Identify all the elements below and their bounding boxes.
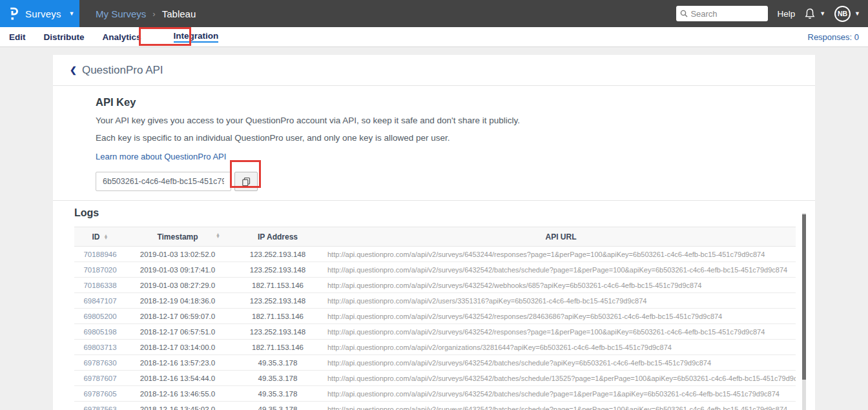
log-id-cell[interactable]: 69805200 bbox=[74, 309, 126, 324]
table-row: 69847107 2018-12-19 04:18:36.0 123.252.1… bbox=[74, 293, 796, 309]
back-chevron-icon[interactable]: ❮ bbox=[70, 65, 77, 75]
table-row: 69787607 2018-12-16 13:54:44.0 49.35.3.1… bbox=[74, 371, 796, 386]
column-header-id[interactable]: ID▲▼ bbox=[74, 227, 126, 247]
log-url-cell: http://api.questionpro.com/a/api/v2/surv… bbox=[326, 355, 796, 371]
notifications-menu[interactable]: ▼ bbox=[804, 8, 825, 20]
table-row: 70188946 2019-01-03 13:02:52.0 123.252.1… bbox=[74, 247, 796, 262]
logs-scrollbar-thumb[interactable] bbox=[802, 214, 806, 380]
product-menu-label: Surveys bbox=[25, 8, 61, 19]
log-timestamp-cell: 2018-12-16 13:46:55.0 bbox=[126, 386, 229, 402]
table-row: 70186338 2019-01-03 08:27:29.0 182.71.15… bbox=[74, 278, 796, 293]
api-key-field[interactable] bbox=[96, 172, 231, 191]
table-row: 70187020 2019-01-03 09:17:41.0 123.252.1… bbox=[74, 262, 796, 278]
table-row: 69787630 2018-12-16 13:57:23.0 49.35.3.1… bbox=[74, 355, 796, 371]
log-ip-cell: 49.35.3.178 bbox=[229, 371, 326, 386]
logs-header-row: ID▲▼ Timestamp▲▼ IP Address API URL bbox=[74, 227, 796, 247]
log-timestamp-cell: 2018-12-17 03:14:00.0 bbox=[126, 340, 229, 355]
logs-scrollbar-track[interactable] bbox=[802, 213, 806, 410]
chevron-down-icon: ▼ bbox=[69, 10, 75, 17]
breadcrumb: My Surveys › Tableau bbox=[96, 8, 196, 19]
log-ip-cell: 182.71.153.146 bbox=[229, 309, 326, 324]
table-row: 69805200 2018-12-17 06:59:07.0 182.71.15… bbox=[74, 309, 796, 324]
log-ip-cell: 123.252.193.148 bbox=[229, 324, 326, 340]
search-box[interactable] bbox=[676, 6, 768, 21]
tab-analytics[interactable]: Analytics bbox=[103, 32, 141, 42]
log-url-cell: http://api.questionpro.com/a/api/v2/surv… bbox=[326, 402, 796, 410]
log-url-cell: http://api.questionpro.com/a/api/v2/surv… bbox=[326, 386, 796, 402]
log-id-cell[interactable]: 69803713 bbox=[74, 340, 126, 355]
copy-icon bbox=[242, 177, 251, 187]
table-row: 69805198 2018-12-17 06:57:51.0 123.252.1… bbox=[74, 324, 796, 340]
log-id-cell[interactable]: 69787563 bbox=[74, 402, 126, 410]
log-timestamp-cell: 2018-12-17 06:59:07.0 bbox=[126, 309, 229, 324]
log-ip-cell: 49.35.3.178 bbox=[229, 386, 326, 402]
chevron-down-icon: ▼ bbox=[854, 10, 860, 17]
breadcrumb-my-surveys[interactable]: My Surveys bbox=[96, 8, 146, 19]
logs-table: ID▲▼ Timestamp▲▼ IP Address API URL 7018… bbox=[74, 227, 796, 410]
table-row: 69803713 2018-12-17 03:14:00.0 182.71.15… bbox=[74, 340, 796, 355]
survey-tab-bar: Edit Distribute Analytics Integration Re… bbox=[0, 27, 868, 47]
integration-header: ❮ QuestionPro API bbox=[53, 55, 815, 86]
log-ip-cell: 182.71.153.146 bbox=[229, 340, 326, 355]
log-ip-cell: 182.71.153.146 bbox=[229, 278, 326, 293]
column-header-timestamp[interactable]: Timestamp▲▼ bbox=[126, 227, 229, 247]
api-key-title: API Key bbox=[96, 96, 815, 108]
log-id-cell[interactable]: 70186338 bbox=[74, 278, 126, 293]
sort-icon[interactable]: ▲▼ bbox=[104, 234, 108, 240]
sort-icon[interactable]: ▲▼ bbox=[216, 233, 220, 238]
table-row: 69787605 2018-12-16 13:46:55.0 49.35.3.1… bbox=[74, 386, 796, 402]
api-key-description-2: Each key is specific to an individual Qu… bbox=[96, 133, 815, 143]
logs-section: Logs ID▲▼ Timestamp▲▼ IP Address API URL… bbox=[53, 201, 815, 410]
tab-distribute[interactable]: Distribute bbox=[44, 32, 85, 42]
help-link[interactable]: Help bbox=[777, 9, 795, 19]
api-key-description-1: Your API key gives you access to your Qu… bbox=[96, 116, 815, 125]
log-id-cell[interactable]: 69805198 bbox=[74, 324, 126, 340]
column-header-api-url: API URL bbox=[326, 227, 796, 247]
log-timestamp-cell: 2018-12-16 13:54:44.0 bbox=[126, 371, 229, 386]
log-id-cell[interactable]: 70188946 bbox=[74, 247, 126, 262]
learn-more-link[interactable]: Learn more about QuestionPro API bbox=[96, 152, 226, 161]
log-ip-cell: 49.35.3.178 bbox=[229, 402, 326, 410]
log-id-cell[interactable]: 70187020 bbox=[74, 262, 126, 278]
log-id-cell[interactable]: 69787605 bbox=[74, 386, 126, 402]
log-url-cell: http://api.questionpro.com/a/api/v2/surv… bbox=[326, 324, 796, 340]
log-timestamp-cell: 2018-12-19 04:18:36.0 bbox=[126, 293, 229, 309]
log-url-cell: http://api.questionpro.com/a/api/v2/user… bbox=[326, 293, 796, 309]
top-navbar: Surveys ▼ My Surveys › Tableau Help ▼ NB… bbox=[0, 0, 868, 27]
search-input[interactable] bbox=[690, 9, 761, 19]
log-timestamp-cell: 2018-12-16 13:57:23.0 bbox=[126, 355, 229, 371]
log-timestamp-cell: 2018-12-17 06:57:51.0 bbox=[126, 324, 229, 340]
responses-count[interactable]: Responses: 0 bbox=[808, 32, 860, 42]
page-title: QuestionPro API bbox=[82, 64, 163, 77]
copy-api-key-button[interactable] bbox=[234, 172, 258, 191]
search-icon bbox=[680, 10, 688, 17]
log-timestamp-cell: 2019-01-03 09:17:41.0 bbox=[126, 262, 229, 278]
questionpro-logo-icon bbox=[9, 7, 19, 21]
tab-integration[interactable]: Integration bbox=[174, 31, 219, 43]
log-id-cell[interactable]: 69847107 bbox=[74, 293, 126, 309]
avatar: NB bbox=[834, 6, 851, 22]
logs-table-body: 70188946 2019-01-03 13:02:52.0 123.252.1… bbox=[74, 247, 796, 410]
log-url-cell: http://api.questionpro.com/a/api/v2/surv… bbox=[326, 262, 796, 278]
log-id-cell[interactable]: 69787607 bbox=[74, 371, 126, 386]
breadcrumb-separator-icon: › bbox=[152, 9, 155, 19]
account-menu[interactable]: NB ▼ bbox=[834, 6, 860, 22]
logs-title: Logs bbox=[74, 207, 815, 219]
log-url-cell: http://api.questionpro.com/a/api/v2/surv… bbox=[326, 278, 796, 293]
log-timestamp-cell: 2019-01-03 08:27:29.0 bbox=[126, 278, 229, 293]
integration-content-card: ❮ QuestionPro API API Key Your API key g… bbox=[53, 55, 815, 410]
api-key-section: API Key Your API key gives you access to… bbox=[53, 86, 815, 191]
log-timestamp-cell: 2018-12-16 13:45:02.0 bbox=[126, 402, 229, 410]
log-id-cell[interactable]: 69787630 bbox=[74, 355, 126, 371]
log-ip-cell: 123.252.193.148 bbox=[229, 247, 326, 262]
log-url-cell: http://api.questionpro.com/a/api/v2/surv… bbox=[326, 371, 796, 386]
breadcrumb-current-survey: Tableau bbox=[162, 8, 196, 19]
tab-edit[interactable]: Edit bbox=[9, 32, 26, 42]
bell-icon bbox=[804, 8, 816, 20]
log-url-cell: http://api.questionpro.com/a/api/v2/surv… bbox=[326, 309, 796, 324]
table-row: 69787563 2018-12-16 13:45:02.0 49.35.3.1… bbox=[74, 402, 796, 410]
log-ip-cell: 49.35.3.178 bbox=[229, 355, 326, 371]
log-url-cell: http://api.questionpro.com/a/api/v2/orga… bbox=[326, 340, 796, 355]
log-ip-cell: 123.252.193.148 bbox=[229, 293, 326, 309]
product-switcher[interactable]: Surveys ▼ bbox=[0, 0, 79, 27]
